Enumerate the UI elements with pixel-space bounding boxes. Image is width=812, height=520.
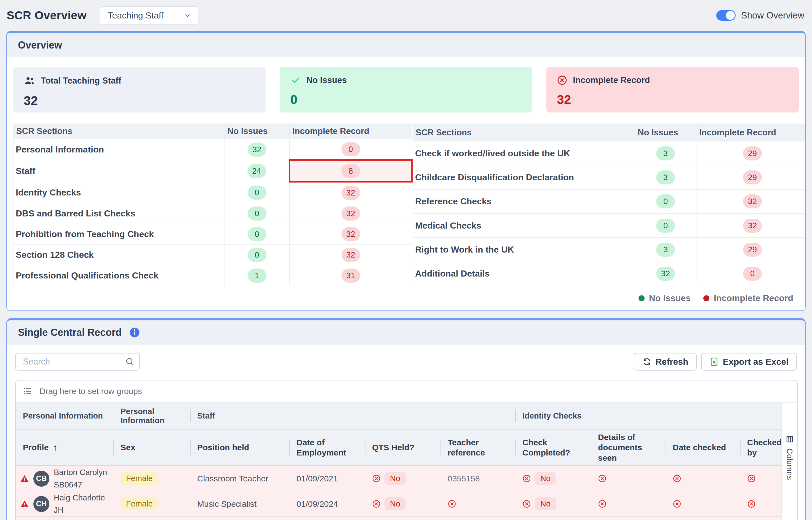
top-bar: SCR Overview Teaching Staff Show Overvie… [0,0,812,31]
stat-value: 0 [290,92,522,107]
staff-type-select-value: Teaching Staff [108,10,163,21]
staff-code: JH [54,504,105,516]
show-overview-label: Show Overview [741,10,804,21]
refresh-icon [642,357,652,366]
grid-row[interactable]: ZH Haslam Zoe Female Classroom Teacher 0… [16,516,781,520]
column-header-date-of-employment[interactable]: Date of Employment [289,430,365,465]
column-header-date-checked[interactable]: Date checked [665,430,740,465]
col-header-incomplete-record: Incomplete Record [289,124,412,139]
position-cell: Classroom Teacher [190,517,289,520]
section-name: Professional Qualifications Check [14,265,225,286]
column-header-sex[interactable]: Sex [113,430,190,465]
incomplete-badge: 29 [743,171,762,184]
search-input[interactable] [15,353,140,370]
no-issues-badge: 32 [248,142,267,157]
column-header-row: Profile ↑ Sex Position held Date of Empl… [16,429,781,466]
search-row: Refresh Export as Excel [15,353,797,370]
circle-x-icon [557,75,567,85]
no-pill: No [535,472,556,485]
scr-card-body: Refresh Export as Excel Drag here to set… [7,345,805,520]
table-row: Staff 24 8 [14,160,412,182]
legend-no-issues: No Issues [638,293,691,303]
no-issues-badge: 0 [248,207,267,220]
date-checked-cell [665,466,740,491]
position-cell: Music Specialist [190,491,289,516]
circle-x-icon [598,500,607,508]
highlighted-incomplete-cell[interactable]: 8 [289,160,412,182]
documents-seen-cell [591,517,665,520]
qts-held-cell: No [365,466,440,491]
group-staff: Staff [190,402,515,429]
refresh-button[interactable]: Refresh [634,353,697,370]
staff-type-select[interactable]: Teaching Staff [100,6,198,25]
grid-row[interactable]: CH Haig Charlotte JH Female Music Specia… [16,491,781,516]
incomplete-badge: 32 [341,207,360,220]
section-name: Prohibition from Teaching Check [14,224,225,244]
section-name: Identity Checks [14,182,225,203]
stat-total-teaching-staff: Total Teaching Staff 32 [13,67,265,112]
incomplete-badge: 0 [341,142,360,156]
section-name: Medical Checks [413,213,635,237]
row-group-dropzone[interactable]: Drag here to set row groups [16,381,797,402]
table-row: Prohibition from Teaching Check 0 32 [14,224,412,244]
export-excel-button[interactable]: Export as Excel [701,353,797,370]
incomplete-badge: 8 [341,164,360,178]
avatar: CB [33,471,49,487]
column-header-position-held[interactable]: Position held [190,430,289,465]
incomplete-badge: 32 [743,194,762,208]
column-header-check-completed[interactable]: Check Completed? [515,430,591,465]
column-header-qts-held[interactable]: QTS Held? [365,430,440,465]
col-header-scr-sections: SCR Sections [413,124,635,141]
column-header-details-of-documents-seen[interactable]: Details of documents seen [591,430,665,465]
table-row: Check if worked/lived outside the UK 3 2… [413,141,806,165]
employment-date-cell: 01/09/2021 [289,466,365,491]
no-issues-badge: 3 [656,147,675,160]
column-header-profile[interactable]: Profile ↑ [16,430,113,465]
check-icon [290,75,301,85]
teacher-reference-cell [440,517,515,520]
check-completed-cell: No [515,517,591,520]
teacher-reference-cell [440,491,515,516]
red-dot-icon [703,295,709,301]
profile-cell[interactable]: CH Haig Charlotte JH [16,491,113,516]
checked-by-cell [740,466,781,491]
no-issues-badge: 0 [656,194,675,208]
scr-sections-tables: SCR Sections No Issues Incomplete Record… [13,124,799,286]
circle-x-icon [523,474,531,483]
circle-x-icon [448,500,456,508]
grid-row[interactable]: CB Barton Carolyn SB0647 Female Classroo… [16,466,781,491]
column-header-teacher-reference[interactable]: Teacher reference [440,430,515,465]
columns-side-panel-tab[interactable]: Columns [781,402,797,520]
sex-cell: Female [113,466,190,491]
checked-by-cell [740,491,781,516]
incomplete-badge: 29 [743,147,762,160]
overview-card-header: Overview [7,33,805,57]
section-name: Right to Work in the UK [413,238,635,262]
scr-sections-table-left: SCR Sections No Issues Incomplete Record… [13,124,413,286]
refresh-label: Refresh [656,357,688,367]
incomplete-badge: 32 [341,186,360,200]
column-group-header-row: Personal Information Personal Informatio… [16,402,781,429]
info-icon[interactable] [129,327,141,338]
chevron-down-icon [183,11,192,20]
profile-cell[interactable]: CB Barton Carolyn SB0647 [16,466,113,491]
col-header-no-issues: No Issues [635,124,696,141]
overview-card-body: Total Teaching Staff 32 No Issues 0 [7,57,805,310]
export-label: Export as Excel [723,357,789,367]
show-overview-toggle[interactable] [716,10,736,21]
table-row: Identity Checks 0 32 [14,182,412,203]
staff-name: Barton Carolyn [54,466,107,479]
table-row: Professional Qualifications Check 1 31 [14,265,412,286]
stat-cards: Total Teaching Staff 32 No Issues 0 [13,67,799,112]
column-header-checked-by[interactable]: Checked by [740,430,781,465]
no-pill: No [384,472,406,485]
check-completed-cell: No [515,466,591,491]
table-row: DBS and Barred List Checks 0 32 [14,203,412,224]
no-issues-badge: 3 [656,171,675,184]
profile-cell[interactable]: ZH Haslam Zoe [16,517,113,520]
incomplete-badge: 32 [341,248,360,262]
no-pill: No [384,497,406,510]
incomplete-badge: 0 [743,267,762,281]
section-name: Personal Information [14,139,225,160]
qts-held-cell: No [365,517,440,520]
